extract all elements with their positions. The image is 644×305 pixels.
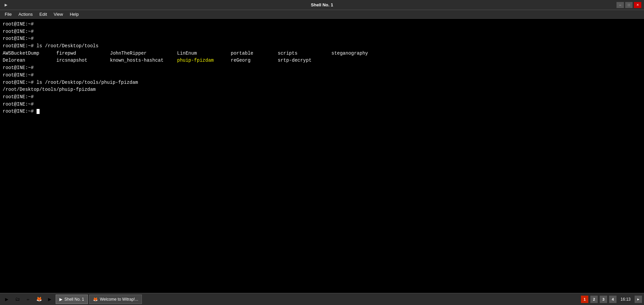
taskbar-app-shell-label: Shell No. 1 xyxy=(64,297,84,302)
taskbar-editor-icon[interactable]: ✏ xyxy=(23,295,33,304)
taskbar-right: 1 2 3 4 16:13 ▶ xyxy=(581,296,642,303)
terminal-line: root@INE:~# xyxy=(3,21,641,28)
taskbar-app-browser[interactable]: 🦊 Welcome to Witrap!... xyxy=(89,295,142,304)
taskbar: ▶ 🗂 ✏ 🦊 ▶ ▶ Shell No. 1 🦊 Welcome to Wit… xyxy=(0,293,644,305)
title-bar: ▶ Shell No. 1 – □ ✕ xyxy=(0,0,644,10)
menu-bar: File Actions Edit View Help xyxy=(0,10,644,19)
menu-file[interactable]: File xyxy=(1,11,15,17)
taskbar-firefox-icon[interactable]: 🦊 xyxy=(34,295,44,304)
terminal-line: root@INE:~# xyxy=(3,72,641,79)
terminal-output-row2: Deloreanircsnapshotknown_hosts-hashcatph… xyxy=(3,57,641,64)
title-bar-left: ▶ xyxy=(3,2,9,8)
terminal-output-row1: AWSBucketDumpfirepwdJohnTheRipperLinEnum… xyxy=(3,50,641,57)
workspace-1-button[interactable]: 1 xyxy=(581,296,588,303)
menu-actions[interactable]: Actions xyxy=(15,11,36,17)
taskbar-shell-icon[interactable]: ▶ xyxy=(45,295,54,304)
taskbar-terminal-icon[interactable]: ▶ xyxy=(2,295,11,304)
terminal-line: root@INE:~# xyxy=(3,28,641,36)
terminal-area[interactable]: root@INE:~# root@INE:~# root@INE:~# root… xyxy=(0,19,644,293)
minimize-button[interactable]: – xyxy=(616,2,624,8)
taskbar-app-browser-icon: 🦊 xyxy=(93,297,98,302)
terminal-line: root@INE:~# xyxy=(3,35,641,43)
taskbar-app-shell[interactable]: ▶ Shell No. 1 xyxy=(56,295,88,304)
terminal-line: root@INE:~# xyxy=(3,101,641,108)
clock: 16:13 xyxy=(619,297,633,302)
taskbar-app-shell-icon: ▶ xyxy=(59,297,62,302)
menu-edit[interactable]: Edit xyxy=(36,11,50,17)
window-controls: – □ ✕ xyxy=(616,2,641,8)
taskbar-files-icon[interactable]: 🗂 xyxy=(13,295,22,304)
terminal-active-line[interactable]: root@INE:~# xyxy=(3,108,641,115)
terminal-icon: ▶ xyxy=(3,2,9,8)
taskbar-app-browser-label: Welcome to Witrap!... xyxy=(100,297,138,302)
close-button[interactable]: ✕ xyxy=(634,2,641,8)
taskbar-end-icon[interactable]: ▶ xyxy=(635,296,642,303)
terminal-line: root@INE:~# xyxy=(3,64,641,72)
window-title: Shell No. 1 xyxy=(311,2,333,7)
terminal-line: root@INE:~# ls /root/Desktop/tools xyxy=(3,43,641,50)
terminal-output-path: /root/Desktop/tools/phuip-fpizdam xyxy=(3,86,641,94)
workspace-4-button[interactable]: 4 xyxy=(609,296,616,303)
workspace-2-button[interactable]: 2 xyxy=(590,296,598,303)
terminal-line: root@INE:~# xyxy=(3,94,641,101)
menu-help[interactable]: Help xyxy=(66,11,82,17)
maximize-button[interactable]: □ xyxy=(625,2,633,8)
workspace-3-button[interactable]: 3 xyxy=(600,296,607,303)
menu-view[interactable]: View xyxy=(50,11,66,17)
terminal-line: root@INE:~# ls /root/Desktop/tools/phuip… xyxy=(3,79,641,86)
